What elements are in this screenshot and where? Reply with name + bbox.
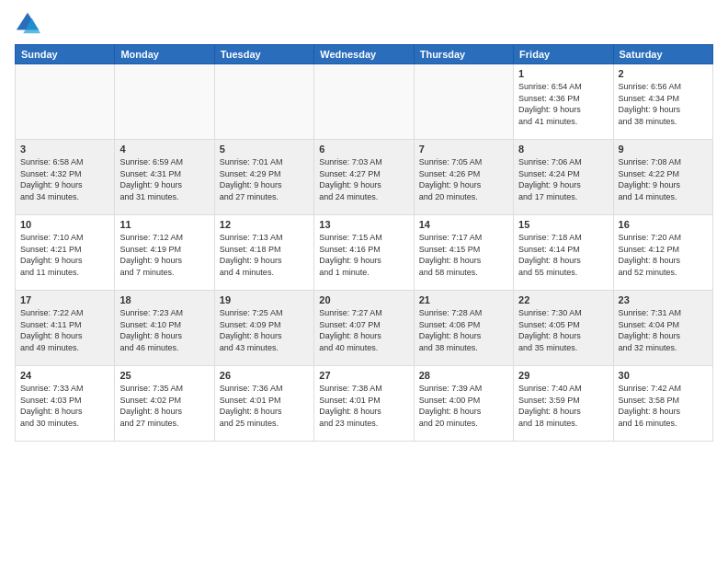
day-info: Sunrise: 7:13 AM Sunset: 4:18 PM Dayligh… (220, 232, 309, 278)
day-number: 19 (220, 294, 309, 305)
day-cell: 8Sunrise: 7:06 AM Sunset: 4:24 PM Daylig… (514, 140, 613, 215)
day-info: Sunrise: 7:33 AM Sunset: 4:03 PM Dayligh… (20, 383, 109, 429)
day-cell: 10Sunrise: 7:10 AM Sunset: 4:21 PM Dayli… (16, 215, 115, 291)
day-cell: 11Sunrise: 7:12 AM Sunset: 4:19 PM Dayli… (115, 215, 214, 291)
day-cell: 21Sunrise: 7:28 AM Sunset: 4:06 PM Dayli… (414, 291, 513, 366)
day-cell: 6Sunrise: 7:03 AM Sunset: 4:27 PM Daylig… (314, 140, 414, 215)
day-cell: 3Sunrise: 6:58 AM Sunset: 4:32 PM Daylig… (16, 140, 115, 215)
day-number: 14 (419, 219, 508, 230)
col-header-friday: Friday (514, 45, 613, 64)
day-cell: 2Sunrise: 6:56 AM Sunset: 4:34 PM Daylig… (613, 64, 712, 140)
day-cell: 4Sunrise: 6:59 AM Sunset: 4:31 PM Daylig… (115, 140, 214, 215)
col-header-monday: Monday (115, 45, 214, 64)
day-info: Sunrise: 7:18 AM Sunset: 4:14 PM Dayligh… (518, 232, 608, 278)
week-row-3: 17Sunrise: 7:22 AM Sunset: 4:11 PM Dayli… (16, 291, 713, 366)
day-number: 12 (220, 219, 309, 230)
day-number: 13 (319, 219, 408, 230)
day-number: 16 (619, 219, 708, 230)
day-number: 8 (518, 144, 608, 155)
day-info: Sunrise: 7:10 AM Sunset: 4:21 PM Dayligh… (20, 232, 109, 278)
day-number: 22 (518, 294, 608, 305)
week-row-2: 10Sunrise: 7:10 AM Sunset: 4:21 PM Dayli… (16, 215, 713, 291)
day-cell: 26Sunrise: 7:36 AM Sunset: 4:01 PM Dayli… (214, 366, 313, 442)
header-row: SundayMondayTuesdayWednesdayThursdayFrid… (16, 45, 713, 64)
day-number: 17 (20, 294, 109, 305)
day-cell (115, 64, 214, 140)
day-info: Sunrise: 6:59 AM Sunset: 4:31 PM Dayligh… (119, 156, 209, 202)
day-number: 5 (220, 144, 309, 155)
day-number: 18 (119, 294, 209, 305)
day-cell: 28Sunrise: 7:39 AM Sunset: 4:00 PM Dayli… (414, 366, 513, 442)
col-header-wednesday: Wednesday (314, 45, 414, 64)
calendar: SundayMondayTuesdayWednesdayThursdayFrid… (15, 44, 713, 442)
day-cell: 29Sunrise: 7:40 AM Sunset: 3:59 PM Dayli… (514, 366, 613, 442)
day-number: 26 (220, 370, 309, 381)
day-cell: 1Sunrise: 6:54 AM Sunset: 4:36 PM Daylig… (514, 64, 613, 140)
day-cell (16, 64, 115, 140)
day-info: Sunrise: 7:20 AM Sunset: 4:12 PM Dayligh… (619, 232, 708, 278)
day-cell: 18Sunrise: 7:23 AM Sunset: 4:10 PM Dayli… (115, 291, 214, 366)
col-header-sunday: Sunday (16, 45, 115, 64)
day-cell: 7Sunrise: 7:05 AM Sunset: 4:26 PM Daylig… (414, 140, 513, 215)
day-number: 9 (619, 144, 708, 155)
day-cell: 12Sunrise: 7:13 AM Sunset: 4:18 PM Dayli… (214, 215, 313, 291)
day-info: Sunrise: 7:15 AM Sunset: 4:16 PM Dayligh… (319, 232, 408, 278)
col-header-tuesday: Tuesday (214, 45, 313, 64)
day-number: 23 (619, 294, 708, 305)
day-cell: 25Sunrise: 7:35 AM Sunset: 4:02 PM Dayli… (115, 366, 214, 442)
day-info: Sunrise: 7:31 AM Sunset: 4:04 PM Dayligh… (619, 307, 708, 353)
day-info: Sunrise: 6:54 AM Sunset: 4:36 PM Dayligh… (518, 81, 608, 127)
week-row-1: 3Sunrise: 6:58 AM Sunset: 4:32 PM Daylig… (16, 140, 713, 215)
logo-icon (15, 11, 40, 37)
day-info: Sunrise: 7:39 AM Sunset: 4:00 PM Dayligh… (419, 383, 508, 429)
day-number: 25 (119, 370, 209, 381)
day-cell: 5Sunrise: 7:01 AM Sunset: 4:29 PM Daylig… (214, 140, 313, 215)
day-info: Sunrise: 7:06 AM Sunset: 4:24 PM Dayligh… (518, 156, 608, 202)
day-info: Sunrise: 7:36 AM Sunset: 4:01 PM Dayligh… (220, 383, 309, 429)
day-info: Sunrise: 7:17 AM Sunset: 4:15 PM Dayligh… (419, 232, 508, 278)
day-cell: 15Sunrise: 7:18 AM Sunset: 4:14 PM Dayli… (514, 215, 613, 291)
day-number: 29 (518, 370, 608, 381)
day-cell (214, 64, 313, 140)
day-number: 24 (20, 370, 109, 381)
day-number: 15 (518, 219, 608, 230)
col-header-thursday: Thursday (414, 45, 513, 64)
day-number: 3 (20, 144, 109, 155)
day-info: Sunrise: 7:25 AM Sunset: 4:09 PM Dayligh… (220, 307, 309, 353)
day-cell (314, 64, 414, 140)
day-cell: 24Sunrise: 7:33 AM Sunset: 4:03 PM Dayli… (16, 366, 115, 442)
day-cell: 16Sunrise: 7:20 AM Sunset: 4:12 PM Dayli… (613, 215, 712, 291)
week-row-4: 24Sunrise: 7:33 AM Sunset: 4:03 PM Dayli… (16, 366, 713, 442)
day-cell: 23Sunrise: 7:31 AM Sunset: 4:04 PM Dayli… (613, 291, 712, 366)
day-cell: 22Sunrise: 7:30 AM Sunset: 4:05 PM Dayli… (514, 291, 613, 366)
day-number: 7 (419, 144, 508, 155)
day-cell: 30Sunrise: 7:42 AM Sunset: 3:58 PM Dayli… (613, 366, 712, 442)
day-info: Sunrise: 7:38 AM Sunset: 4:01 PM Dayligh… (319, 383, 408, 429)
day-number: 11 (119, 219, 209, 230)
day-info: Sunrise: 7:28 AM Sunset: 4:06 PM Dayligh… (419, 307, 508, 353)
day-info: Sunrise: 7:05 AM Sunset: 4:26 PM Dayligh… (419, 156, 508, 202)
day-info: Sunrise: 7:42 AM Sunset: 3:58 PM Dayligh… (619, 383, 708, 429)
day-info: Sunrise: 7:08 AM Sunset: 4:22 PM Dayligh… (619, 156, 708, 202)
day-info: Sunrise: 7:01 AM Sunset: 4:29 PM Dayligh… (220, 156, 309, 202)
day-cell: 17Sunrise: 7:22 AM Sunset: 4:11 PM Dayli… (16, 291, 115, 366)
day-number: 20 (319, 294, 408, 305)
day-info: Sunrise: 7:03 AM Sunset: 4:27 PM Dayligh… (319, 156, 408, 202)
day-cell: 20Sunrise: 7:27 AM Sunset: 4:07 PM Dayli… (314, 291, 414, 366)
header (15, 11, 713, 37)
day-info: Sunrise: 7:40 AM Sunset: 3:59 PM Dayligh… (518, 383, 608, 429)
day-info: Sunrise: 6:56 AM Sunset: 4:34 PM Dayligh… (619, 81, 708, 127)
day-info: Sunrise: 7:12 AM Sunset: 4:19 PM Dayligh… (119, 232, 209, 278)
day-number: 6 (319, 144, 408, 155)
day-info: Sunrise: 7:35 AM Sunset: 4:02 PM Dayligh… (119, 383, 209, 429)
day-number: 2 (619, 68, 708, 79)
page: SundayMondayTuesdayWednesdayThursdayFrid… (0, 0, 728, 563)
day-info: Sunrise: 7:22 AM Sunset: 4:11 PM Dayligh… (20, 307, 109, 353)
day-info: Sunrise: 7:30 AM Sunset: 4:05 PM Dayligh… (518, 307, 608, 353)
day-cell: 13Sunrise: 7:15 AM Sunset: 4:16 PM Dayli… (314, 215, 414, 291)
day-cell: 14Sunrise: 7:17 AM Sunset: 4:15 PM Dayli… (414, 215, 513, 291)
day-info: Sunrise: 6:58 AM Sunset: 4:32 PM Dayligh… (20, 156, 109, 202)
day-number: 30 (619, 370, 708, 381)
day-info: Sunrise: 7:23 AM Sunset: 4:10 PM Dayligh… (119, 307, 209, 353)
day-number: 27 (319, 370, 408, 381)
